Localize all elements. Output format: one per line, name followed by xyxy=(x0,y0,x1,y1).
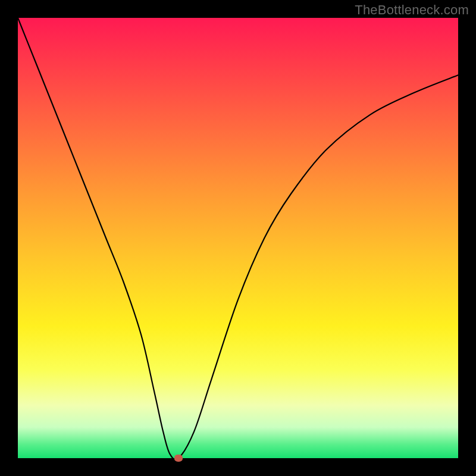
bottleneck-curve xyxy=(18,18,458,458)
chart-frame: TheBottleneck.com xyxy=(0,0,476,476)
plot-area xyxy=(18,18,458,458)
watermark-text: TheBottleneck.com xyxy=(355,2,469,18)
minimum-marker xyxy=(174,455,183,462)
